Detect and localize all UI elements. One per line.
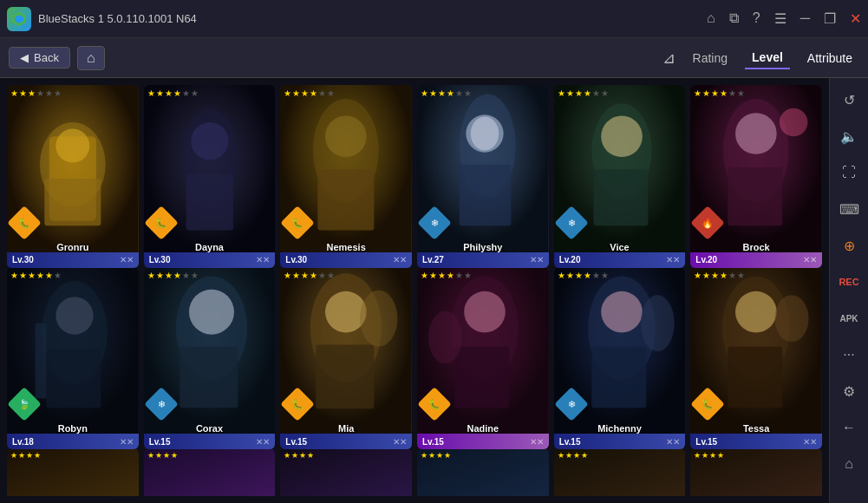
character-card-dayna[interactable]: ★ ★ ★ ★ ★ ★ 🐛 Dayna Lv.30 ✕✕ bbox=[144, 85, 276, 268]
nadine-level: Lv.15 bbox=[422, 437, 444, 447]
level-sort-button[interactable]: Level bbox=[745, 47, 790, 69]
svg-point-26 bbox=[735, 113, 777, 154]
keyboard-icon[interactable]: ⌨ bbox=[834, 194, 864, 224]
dayna-level: Lv.30 bbox=[149, 255, 171, 265]
close-icon[interactable]: ✕ bbox=[850, 10, 861, 27]
more-options-icon[interactable]: ··· bbox=[834, 340, 864, 369]
gronru-name: Gronru bbox=[7, 242, 139, 252]
character-card-tessa[interactable]: ★ ★ ★ ★ ★ ★ 🐛 Tessa Lv.15 ✕✕ bbox=[690, 267, 822, 450]
partial-stars-5: ★ ★ ★ ★ bbox=[558, 451, 588, 460]
svg-rect-33 bbox=[35, 323, 46, 398]
attribute-sort-button[interactable]: Attribute bbox=[800, 48, 859, 69]
character-card-corax[interactable]: ★ ★ ★ ★ ★ ★ ❄ Corax Lv.15 ✕✕ bbox=[144, 267, 276, 450]
partial-card-5[interactable]: ★ ★ ★ ★ bbox=[554, 448, 686, 496]
robyn-name: Robyn bbox=[7, 423, 139, 434]
character-card-mia[interactable]: ★ ★ ★ ★ ★ ★ 🐛 Mia Lv.15 ✕✕ bbox=[280, 267, 412, 450]
corax-level-bar: Lv.15 ✕✕ bbox=[144, 434, 276, 449]
partial-stars-1: ★ ★ ★ ★ bbox=[10, 451, 41, 460]
svg-point-47 bbox=[428, 310, 462, 363]
gronru-stars: ★ ★ ★ ★ ★ ★ bbox=[10, 88, 62, 98]
svg-rect-6 bbox=[44, 179, 101, 225]
character-card-nemesis[interactable]: ★ ★ ★ ★ ★ ★ 🐛 Nemesis Lv.30 ✕✕ bbox=[280, 85, 412, 268]
character-card-philyshy[interactable]: ★ ★ ★ ★ ★ ★ ❄ Philyshy Lv.27 ✕✕ bbox=[417, 85, 549, 268]
navbar: ◀ Back ⌂ ⊿ Rating Level Attribute bbox=[0, 38, 868, 78]
minimize-icon[interactable]: ─ bbox=[800, 10, 810, 27]
home-button[interactable]: ⌂ bbox=[77, 46, 105, 70]
characters-grid: ★ ★ ★ ★ ★ ★ 🐛 Gronru Lv.30 ✕✕ bbox=[0, 78, 829, 503]
partial-card-2[interactable]: ★ ★ ★ ★ bbox=[144, 448, 276, 496]
character-card-vice[interactable]: ★ ★ ★ ★ ★ ★ ❄ Vice Lv.20 ✕✕ bbox=[554, 85, 686, 268]
nadine-level-bar: Lv.15 ✕✕ bbox=[417, 434, 549, 449]
partial-card-3[interactable]: ★ ★ ★ ★ bbox=[280, 448, 412, 496]
character-card-gronru[interactable]: ★ ★ ★ ★ ★ ★ 🐛 Gronru Lv.30 ✕✕ bbox=[7, 85, 139, 268]
macro-icon[interactable]: REC bbox=[834, 267, 864, 297]
svg-point-50 bbox=[601, 291, 643, 332]
character-card-brock[interactable]: ★ ★ ★ ★ ★ ★ 🔥 Brock Lv.20 ✕✕ bbox=[690, 85, 822, 268]
svg-point-13 bbox=[325, 115, 367, 157]
svg-point-52 bbox=[640, 295, 674, 351]
back-sidebar-icon[interactable]: ← bbox=[834, 413, 864, 442]
svg-rect-51 bbox=[591, 346, 646, 407]
robyn-stars: ★ ★ ★ ★ ★ ★ bbox=[10, 271, 62, 280]
main-content: ★ ★ ★ ★ ★ ★ 🐛 Gronru Lv.30 ✕✕ bbox=[0, 78, 868, 503]
partial-card-6[interactable]: ★ ★ ★ ★ bbox=[690, 448, 822, 496]
svg-rect-41 bbox=[316, 344, 374, 408]
nadine-stars: ★ ★ ★ ★ ★ ★ bbox=[421, 271, 472, 280]
svg-rect-37 bbox=[179, 346, 238, 407]
rating-filter-button[interactable]: Rating bbox=[686, 48, 734, 69]
partial-stars-4: ★ ★ ★ ★ bbox=[421, 451, 451, 460]
fullscreen-icon[interactable]: ⛶ bbox=[834, 158, 864, 187]
settings-icon[interactable]: ⚙ bbox=[834, 376, 864, 406]
nadine-name: Nadine bbox=[417, 423, 549, 434]
mia-level-bar: Lv.15 ✕✕ bbox=[280, 434, 412, 449]
character-card-robyn[interactable]: ★ ★ ★ ★ ★ ★ 🍃 Robyn Lv.18 ✕✕ bbox=[7, 267, 139, 450]
dayna-stars: ★ ★ ★ ★ ★ ★ bbox=[147, 88, 199, 98]
svg-rect-18 bbox=[460, 165, 512, 225]
mia-level: Lv.15 bbox=[285, 437, 307, 447]
volume-icon[interactable]: 🔈 bbox=[834, 121, 864, 151]
back-label: Back bbox=[34, 51, 59, 64]
restore-icon[interactable]: ❐ bbox=[824, 10, 836, 27]
hamburger-icon[interactable]: ☰ bbox=[774, 10, 786, 27]
philyshy-level: Lv.27 bbox=[422, 255, 444, 265]
filter-funnel-icon[interactable]: ⊿ bbox=[662, 49, 675, 68]
gronru-level: Lv.30 bbox=[12, 255, 34, 265]
nemesis-stars: ★ ★ ★ ★ ★ ★ bbox=[284, 88, 335, 98]
help-icon[interactable]: ? bbox=[753, 10, 760, 27]
apk-icon[interactable]: APK bbox=[834, 304, 864, 333]
michenny-name: Michenny bbox=[554, 423, 686, 434]
character-card-nadine[interactable]: ★ ★ ★ ★ ★ ★ 🐛 Nadine Lv.15 ✕✕ bbox=[417, 267, 549, 450]
svg-point-28 bbox=[780, 108, 808, 137]
back-button[interactable]: ◀ Back bbox=[9, 47, 70, 69]
svg-point-22 bbox=[601, 115, 643, 157]
philyshy-name: Philyshy bbox=[417, 242, 549, 252]
corax-level: Lv.15 bbox=[149, 437, 171, 447]
svg-point-9 bbox=[191, 122, 228, 160]
home-icon: ⌂ bbox=[87, 50, 95, 65]
mia-stars: ★ ★ ★ ★ ★ ★ bbox=[284, 271, 335, 280]
tessa-level: Lv.15 bbox=[695, 437, 717, 447]
vice-name: Vice bbox=[554, 242, 686, 252]
dayna-name: Dayna bbox=[144, 242, 276, 252]
svg-rect-46 bbox=[454, 346, 509, 407]
dayna-level-bar: Lv.30 ✕✕ bbox=[144, 252, 276, 268]
tabs-icon[interactable]: ⧉ bbox=[729, 10, 739, 27]
robyn-level-bar: Lv.18 ✕✕ bbox=[7, 434, 139, 449]
right-sidebar: ↺ 🔈 ⛶ ⌨ ⊕ REC APK ··· ⚙ ← ⌂ bbox=[829, 78, 868, 503]
partial-card-1[interactable]: ★ ★ ★ ★ bbox=[7, 448, 139, 496]
gamepad-icon[interactable]: ⊕ bbox=[834, 231, 864, 260]
svg-rect-27 bbox=[728, 167, 783, 225]
svg-point-5 bbox=[55, 129, 89, 163]
partial-stars-3: ★ ★ ★ ★ bbox=[284, 451, 314, 460]
home-sidebar-icon[interactable]: ⌂ bbox=[834, 449, 864, 479]
svg-point-45 bbox=[464, 291, 506, 332]
tessa-level-bar: Lv.15 ✕✕ bbox=[690, 434, 822, 449]
svg-point-55 bbox=[735, 291, 777, 332]
svg-rect-32 bbox=[46, 349, 101, 408]
partial-card-4[interactable]: ★ ★ ★ ★ bbox=[417, 448, 549, 496]
home-nav-icon[interactable]: ⌂ bbox=[707, 10, 715, 27]
svg-rect-14 bbox=[318, 169, 375, 230]
vice-stars: ★ ★ ★ ★ ★ ★ bbox=[558, 88, 609, 98]
character-card-michenny[interactable]: ★ ★ ★ ★ ★ ★ ❄ Michenny Lv.15 ✕✕ bbox=[554, 267, 686, 450]
rotate-icon[interactable]: ↺ bbox=[834, 85, 864, 114]
